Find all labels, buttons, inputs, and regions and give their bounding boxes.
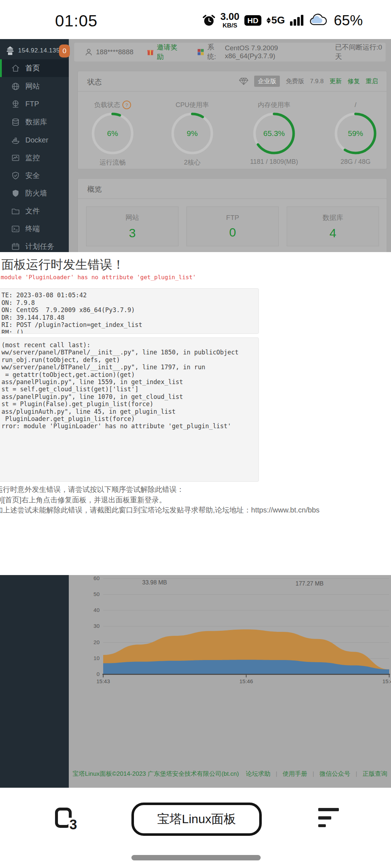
message-count-badge[interactable]: 0 [59,44,70,58]
address-bar[interactable]: 宝塔Linux面板 [131,803,262,836]
meta-line: RM: () [1,329,255,334]
meta-line: RI: POST /plugin?action=get_index_list [1,321,255,329]
gauge-sub: 运行流畅 [100,158,126,167]
sidebar-item-firewall[interactable]: 防火墙 [0,184,69,202]
footer-link-wechat[interactable]: 微信公众号 [320,770,350,777]
overview-label: 网站 [126,213,139,222]
network-speed-unit: KB/S [223,22,237,29]
gauge-label: 负载状态 [94,101,120,109]
y-tick: 0 [83,671,100,678]
sidebar-item-label: 安全 [25,171,40,180]
x-tick: 15:46 [230,678,262,684]
invite-link[interactable]: 邀请奖励 [147,43,182,61]
os-icon [197,48,205,56]
user-phone: 188****8888 [96,48,134,56]
sidebar-item-home[interactable]: 首页 [0,59,69,77]
version-number: 7.9.8 [310,78,324,85]
system-label: 系统: [207,43,222,61]
help-icon[interactable]: ? [122,101,131,109]
enterprise-badge[interactable]: 企业版 [254,76,280,87]
sidebar-item-label: FTP [25,100,39,108]
status-card-header: 状态 企业版 免费版 7.9.8 更新 修复 重启 [78,71,387,92]
panel-top-bar: 188****8888 邀请奖励 系统: CentOS 7.9.200 [74,43,386,61]
panel-logo-row[interactable]: 154.92.14.135 [0,42,69,59]
footer-link-genuine[interactable]: 正版查询 [362,770,387,777]
separator: | [312,770,314,777]
meta-line: ON: 7.9.8 [1,299,255,307]
invite-label: 邀请奖励 [157,43,182,61]
sidebar-item-ftp[interactable]: FTP [0,95,69,113]
status-title: 状态 [87,77,102,87]
error-advice: 运行时意外发生错误，请尝试按以下顺序尝试解除此错误： 到[首页]右上角点击修复面… [0,484,320,515]
gauge-value: 65.3% [252,112,296,155]
overview-value: 0 [229,225,236,239]
chart-annotation-sent: 33.98 MB [129,579,180,586]
meta-line: TE: 2023-03-08 01:05:42 [1,292,255,299]
error-message: module 'PluginLoader' has no attribute '… [1,274,196,281]
sidebar-item-label: 数据库 [25,117,47,127]
y-tick: 50 [83,591,100,598]
calendar-icon [11,242,20,251]
overview-value: 4 [329,226,336,240]
sidebar-item-website[interactable]: 网站 [0,77,69,95]
overview-websites[interactable]: 网站 3 [86,207,178,246]
terminal-icon [11,224,20,234]
uptime-text: 已不间断运行:0天 [335,43,386,61]
user-account[interactable]: 188****8888 [84,48,134,56]
sidebar-item-label: 终端 [25,224,40,234]
error-meta-box: TE: 2023-03-08 01:05:42 ON: 7.9.8 ON: Ce… [0,288,259,334]
meta-line: ON: CentOS 7.9.2009 x86_64(Py3.7.9) [1,306,255,314]
separator: | [356,770,357,777]
ftp-icon [11,99,20,109]
traceback-line: ww/server/panel/BTPanel/__init__.py", li… [1,349,255,356]
gauge-label: 内存使用率 [258,101,290,109]
sidebar-item-terminal[interactable]: 终端 [0,220,69,238]
tab-count: 3 [68,818,78,831]
error-traceback-box: (most recent call last): ww/server/panel… [0,337,259,482]
traceback-line: (most recent call last): [1,341,255,349]
network-type-indicator: 5G [266,14,285,26]
database-icon [11,118,20,127]
gauge-cpu: CPU使用率 9% 2核心 [160,100,225,167]
sidebar-item-label: 监控 [25,153,40,163]
monitor-chart-icon [11,153,20,163]
system-info: 系统: CentOS 7.9.2009 x86_64(Py3.7.9) [197,43,324,61]
gauge-sub: 2核心 [184,158,201,167]
status-bar: 01:05 3.00 KB/S HD 5G [0,0,391,39]
tabs-button[interactable]: 3 [55,808,76,830]
y-tick: 60 [83,575,100,582]
sidebar-item-files[interactable]: 文件 [0,202,69,220]
overview-label: 数据库 [323,213,343,222]
x-tick: 15:49 [373,678,391,684]
traceback-line: ww/server/panel/BTPanel/__init__.py", li… [1,363,255,371]
hd-badge: HD [244,15,261,26]
menu-button[interactable] [318,808,340,828]
folder-icon [11,207,20,216]
sidebar-item-security[interactable]: 安全 [0,167,69,184]
restart-link[interactable]: 重启 [366,77,378,85]
menu-icon-line [318,824,326,827]
phone-screen: 01:05 3.00 KB/S HD 5G [0,0,391,868]
gauge-value: 6% [91,112,134,155]
footer-link-forum[interactable]: 论坛求助 [246,770,270,777]
status-card: 状态 企业版 免费版 7.9.8 更新 修复 重启 负载状态 ? [77,71,387,169]
sidebar-item-docker[interactable]: Docker [0,131,69,149]
repair-link[interactable]: 修复 [348,77,360,85]
gauge-load: 负载状态 ? 6% 运行流畅 [80,100,145,167]
alarm-icon [202,14,215,27]
sidebar-item-database[interactable]: 数据库 [0,113,69,131]
sidebar-item-monitor[interactable]: 监控 [0,149,69,167]
overview-ftp[interactable]: FTP 0 [186,207,279,246]
diamond-icon [239,77,248,85]
network-speed-value: 3.00 [220,12,240,22]
shield-filled-icon [11,189,20,198]
y-tick: 40 [83,607,100,614]
footer-link-manual[interactable]: 使用手册 [283,770,307,777]
traceback-line: run_obj.run(toObject, defs, get) [1,356,255,363]
update-link[interactable]: 更新 [329,77,342,85]
overview-database[interactable]: 数据库 4 [287,207,379,246]
network-type-label: 5G [272,14,285,26]
error-dialog-title: 面板运行时发生错误！ [1,256,125,273]
traceback-line: = getattr(toObject,get.action)(get) [1,371,255,378]
overview-value: 3 [129,226,136,240]
